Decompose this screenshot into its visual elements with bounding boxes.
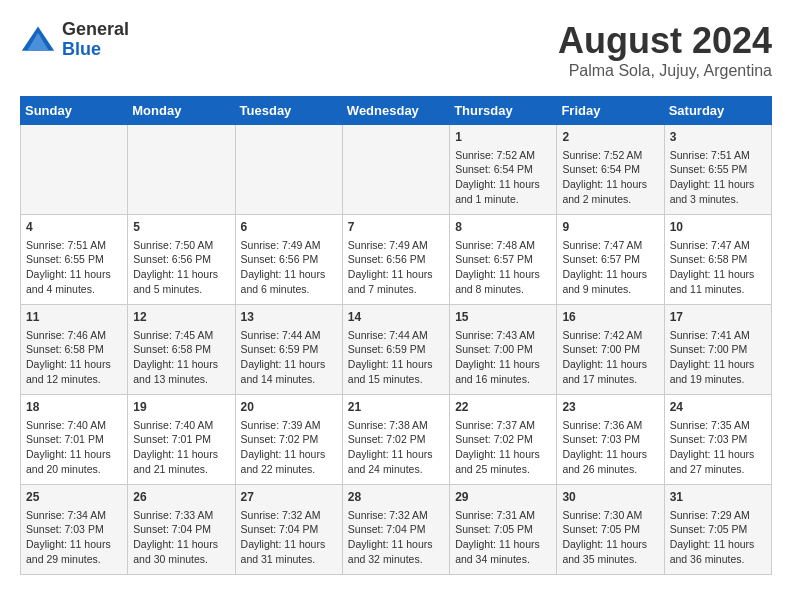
day-info: and 36 minutes. (670, 552, 766, 567)
day-info: Daylight: 11 hours (562, 447, 658, 462)
day-info: Sunset: 7:00 PM (670, 342, 766, 357)
day-info: and 13 minutes. (133, 372, 229, 387)
day-info: Daylight: 11 hours (455, 537, 551, 552)
calendar-cell: 16Sunrise: 7:42 AMSunset: 7:00 PMDayligh… (557, 305, 664, 395)
day-info: and 24 minutes. (348, 462, 444, 477)
day-info: Sunrise: 7:38 AM (348, 418, 444, 433)
calendar-cell: 2Sunrise: 7:52 AMSunset: 6:54 PMDaylight… (557, 125, 664, 215)
day-info: and 27 minutes. (670, 462, 766, 477)
day-number: 23 (562, 399, 658, 416)
day-number: 25 (26, 489, 122, 506)
day-info: Sunset: 7:05 PM (562, 522, 658, 537)
day-info: Sunrise: 7:35 AM (670, 418, 766, 433)
day-info: and 12 minutes. (26, 372, 122, 387)
day-header-thursday: Thursday (450, 97, 557, 125)
day-info: Sunrise: 7:48 AM (455, 238, 551, 253)
day-info: Sunrise: 7:44 AM (348, 328, 444, 343)
day-info: Daylight: 11 hours (562, 267, 658, 282)
day-info: Sunrise: 7:44 AM (241, 328, 337, 343)
day-info: Sunset: 6:57 PM (455, 252, 551, 267)
calendar-cell: 15Sunrise: 7:43 AMSunset: 7:00 PMDayligh… (450, 305, 557, 395)
day-header-wednesday: Wednesday (342, 97, 449, 125)
month-title: August 2024 (558, 20, 772, 62)
calendar-cell: 10Sunrise: 7:47 AMSunset: 6:58 PMDayligh… (664, 215, 771, 305)
calendar-week-3: 11Sunrise: 7:46 AMSunset: 6:58 PMDayligh… (21, 305, 772, 395)
day-info: and 29 minutes. (26, 552, 122, 567)
day-info: Sunrise: 7:33 AM (133, 508, 229, 523)
day-info: Sunset: 7:03 PM (670, 432, 766, 447)
day-info: and 1 minute. (455, 192, 551, 207)
day-info: Daylight: 11 hours (26, 537, 122, 552)
day-info: Daylight: 11 hours (455, 357, 551, 372)
day-number: 22 (455, 399, 551, 416)
page-header: General Blue August 2024 Palma Sola, Juj… (20, 20, 772, 80)
day-info: and 7 minutes. (348, 282, 444, 297)
logo-blue: Blue (62, 40, 129, 60)
calendar-cell: 12Sunrise: 7:45 AMSunset: 6:58 PMDayligh… (128, 305, 235, 395)
day-info: Sunset: 7:00 PM (562, 342, 658, 357)
day-info: Sunrise: 7:41 AM (670, 328, 766, 343)
day-info: and 14 minutes. (241, 372, 337, 387)
calendar-week-4: 18Sunrise: 7:40 AMSunset: 7:01 PMDayligh… (21, 395, 772, 485)
day-info: Daylight: 11 hours (133, 267, 229, 282)
day-number: 11 (26, 309, 122, 326)
day-info: Daylight: 11 hours (670, 447, 766, 462)
day-info: Sunrise: 7:46 AM (26, 328, 122, 343)
day-info: and 15 minutes. (348, 372, 444, 387)
calendar-week-1: 1Sunrise: 7:52 AMSunset: 6:54 PMDaylight… (21, 125, 772, 215)
calendar-week-2: 4Sunrise: 7:51 AMSunset: 6:55 PMDaylight… (21, 215, 772, 305)
calendar-cell (21, 125, 128, 215)
day-info: Sunrise: 7:47 AM (562, 238, 658, 253)
day-info: Daylight: 11 hours (26, 267, 122, 282)
day-info: Sunrise: 7:39 AM (241, 418, 337, 433)
day-number: 27 (241, 489, 337, 506)
day-number: 30 (562, 489, 658, 506)
day-info: Sunset: 6:58 PM (26, 342, 122, 357)
day-info: Daylight: 11 hours (348, 447, 444, 462)
day-header-tuesday: Tuesday (235, 97, 342, 125)
day-info: Sunset: 6:54 PM (562, 162, 658, 177)
day-info: Daylight: 11 hours (670, 537, 766, 552)
calendar-cell (235, 125, 342, 215)
day-number: 20 (241, 399, 337, 416)
day-number: 16 (562, 309, 658, 326)
day-info: Sunrise: 7:47 AM (670, 238, 766, 253)
day-info: Sunrise: 7:50 AM (133, 238, 229, 253)
day-number: 8 (455, 219, 551, 236)
day-info: Sunset: 6:59 PM (348, 342, 444, 357)
day-info: Sunrise: 7:51 AM (26, 238, 122, 253)
day-info: Sunrise: 7:32 AM (241, 508, 337, 523)
location: Palma Sola, Jujuy, Argentina (558, 62, 772, 80)
day-number: 28 (348, 489, 444, 506)
day-number: 14 (348, 309, 444, 326)
day-info: Daylight: 11 hours (26, 447, 122, 462)
day-info: Daylight: 11 hours (455, 267, 551, 282)
calendar-cell: 8Sunrise: 7:48 AMSunset: 6:57 PMDaylight… (450, 215, 557, 305)
day-info: Daylight: 11 hours (562, 357, 658, 372)
day-info: and 22 minutes. (241, 462, 337, 477)
day-info: and 11 minutes. (670, 282, 766, 297)
day-number: 13 (241, 309, 337, 326)
day-info: Daylight: 11 hours (133, 537, 229, 552)
day-info: Sunset: 6:58 PM (670, 252, 766, 267)
day-info: Sunrise: 7:30 AM (562, 508, 658, 523)
day-info: Sunrise: 7:52 AM (455, 148, 551, 163)
calendar-cell: 22Sunrise: 7:37 AMSunset: 7:02 PMDayligh… (450, 395, 557, 485)
day-info: Sunset: 7:03 PM (562, 432, 658, 447)
day-info: Sunrise: 7:43 AM (455, 328, 551, 343)
day-number: 5 (133, 219, 229, 236)
day-info: and 9 minutes. (562, 282, 658, 297)
day-info: Sunset: 6:55 PM (670, 162, 766, 177)
calendar-cell: 9Sunrise: 7:47 AMSunset: 6:57 PMDaylight… (557, 215, 664, 305)
calendar-cell (342, 125, 449, 215)
day-info: Sunrise: 7:40 AM (133, 418, 229, 433)
day-info: and 20 minutes. (26, 462, 122, 477)
day-info: Sunset: 7:04 PM (241, 522, 337, 537)
day-info: Daylight: 11 hours (670, 357, 766, 372)
day-info: and 2 minutes. (562, 192, 658, 207)
day-number: 7 (348, 219, 444, 236)
calendar-cell: 13Sunrise: 7:44 AMSunset: 6:59 PMDayligh… (235, 305, 342, 395)
calendar-header-row: SundayMondayTuesdayWednesdayThursdayFrid… (21, 97, 772, 125)
day-info: Sunrise: 7:36 AM (562, 418, 658, 433)
day-info: Sunset: 6:55 PM (26, 252, 122, 267)
